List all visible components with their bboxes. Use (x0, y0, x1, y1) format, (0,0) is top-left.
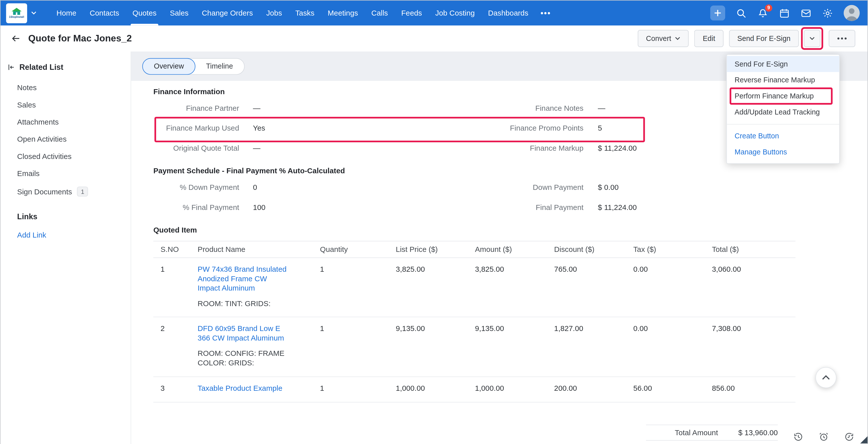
logo-text: 1StopInstall (9, 16, 24, 18)
scroll-to-top-button[interactable] (815, 367, 837, 388)
reminders-button[interactable] (819, 432, 829, 442)
cell-quantity: 1 (320, 265, 396, 273)
nav-quotes[interactable]: Quotes (126, 0, 163, 25)
section-title: Quoted Item (153, 226, 845, 234)
sidebar-item-open-activities[interactable]: Open Activities (0, 130, 130, 148)
sidebar-item-attachments[interactable]: Attachments (0, 114, 130, 130)
quick-create-button[interactable] (710, 5, 725, 21)
nav-home[interactable]: Home (50, 0, 83, 25)
brand-logo[interactable]: 1StopInstall (6, 3, 36, 23)
total-row: Total Discount $ 2,792.00 (646, 440, 778, 444)
bottom-utility-bar (793, 432, 854, 442)
send-for-esign-button[interactable]: Send For E-Sign (729, 30, 799, 47)
calendar-icon (779, 7, 790, 19)
nav-tasks[interactable]: Tasks (289, 0, 321, 25)
nav-utilities: 9 (710, 5, 860, 21)
nav-change-orders[interactable]: Change Orders (195, 0, 260, 25)
menu-divider (727, 124, 839, 124)
esign-dropdown-arrow-button[interactable] (804, 30, 820, 47)
field-value: — (253, 104, 436, 112)
edit-button[interactable]: Edit (694, 30, 724, 47)
cell-total: 856.00 (712, 384, 796, 392)
convert-button[interactable]: Convert (638, 30, 689, 47)
field-value: 0 (253, 183, 436, 191)
add-link-button[interactable]: Add Link (17, 231, 46, 239)
quote-totals: Total Amount $ 13,960.00 Total Discount … (646, 425, 778, 444)
field-value: Yes (253, 124, 436, 132)
mail-button[interactable] (801, 7, 811, 19)
column-header: S.NO (153, 245, 197, 254)
menu-item-send-for-esign[interactable]: Send For E-Sign (727, 56, 839, 72)
calendar-button[interactable] (779, 7, 790, 19)
menu-link-create-button[interactable]: Create Button (727, 128, 839, 144)
cell-total: 7,308.00 (712, 324, 796, 333)
cell-list-price: 1,000.00 (396, 384, 475, 392)
field-label: Down Payment (436, 183, 584, 191)
tab-overview[interactable]: Overview (142, 58, 195, 74)
quoted-items-table: S.NO Product Name Quantity List Price ($… (153, 241, 796, 402)
cell-tax-discount: 200.00 (554, 384, 633, 392)
menu-item-reverse-finance-markup[interactable]: Reverse Finance Markup (727, 72, 839, 88)
nav-feeds[interactable]: Feeds (395, 0, 429, 25)
sidebar-item-notes[interactable]: Notes (0, 79, 130, 96)
search-button[interactable] (736, 7, 747, 19)
user-avatar[interactable] (844, 5, 860, 21)
company-logo: 1StopInstall (6, 3, 27, 23)
cell-amount: 9,135.00 (475, 324, 554, 333)
sidebar: Related List Notes Sales Attachments Ope… (0, 52, 131, 444)
chevron-up-icon (822, 375, 830, 380)
field-value: 100 (253, 203, 436, 211)
sidebar-item-emails[interactable]: Emails (0, 165, 130, 182)
nav-calls[interactable]: Calls (365, 0, 395, 25)
column-header: List Price ($) (396, 245, 475, 254)
more-actions-button[interactable] (829, 30, 855, 47)
cell-sno: 1 (153, 265, 197, 273)
nav-job-costing[interactable]: Job Costing (429, 0, 482, 25)
back-button[interactable] (10, 33, 21, 44)
main-nav: Home Contacts Quotes Sales Change Orders… (50, 0, 556, 25)
menu-item-add-update-lead-tracking[interactable]: Add/Update Lead Tracking (727, 104, 839, 120)
sidebar-item-sales[interactable]: Sales (0, 96, 130, 114)
field-value: $ 11,224.00 (598, 144, 637, 152)
menu-item-perform-finance-markup[interactable]: Perform Finance Markup (727, 88, 839, 104)
tab-timeline[interactable]: Timeline (195, 59, 244, 74)
menu-link-manage-buttons[interactable]: Manage Buttons (727, 144, 839, 160)
gear-icon (822, 7, 833, 19)
field-row: % Down Payment 0 Down Payment $ 0.00 (153, 177, 845, 197)
field-value: $ 11,224.00 (598, 203, 637, 211)
field-label: Finance Promo Points (436, 124, 584, 132)
cell-discount: 765.00 (554, 265, 633, 273)
activity-history-button[interactable] (793, 432, 803, 442)
column-header: Amount ($) (475, 245, 554, 254)
notification-count-badge: 9 (765, 3, 773, 12)
notifications-button[interactable]: 9 (757, 7, 768, 19)
column-header: Product Name (197, 245, 320, 254)
sidebar-item-closed-activities[interactable]: Closed Activities (0, 148, 130, 165)
table-row: 2 DFD 60x95 Brand Low E 366 CW Impact Al… (153, 318, 796, 377)
nav-jobs[interactable]: Jobs (259, 0, 289, 25)
quoted-item-section: Quoted Item S.NO Product Name Quantity L… (153, 226, 845, 444)
nav-dashboards[interactable]: Dashboards (482, 0, 535, 25)
corner-triangle (860, 436, 868, 444)
field-label: Finance Markup Used (153, 124, 239, 132)
avatar-person-icon (844, 5, 860, 21)
sidebar-item-sign-documents[interactable]: Sign Documents 1 (0, 182, 130, 201)
cell-sno: 3 (153, 384, 197, 392)
field-label: Finance Markup (436, 144, 584, 152)
product-link[interactable]: PW 74x36 Brand Insulated Anodized Frame … (197, 265, 291, 293)
recent-items-button[interactable] (844, 432, 854, 442)
nav-more[interactable]: ••• (535, 0, 556, 25)
settings-button[interactable] (822, 7, 833, 19)
table-row: 3 Taxable Product Example 1 1,000.00 1,0… (153, 377, 796, 402)
more-dots-icon (837, 37, 847, 40)
product-link[interactable]: DFD 60x95 Brand Low E 366 CW Impact Alum… (197, 324, 291, 343)
nav-sales[interactable]: Sales (163, 0, 195, 25)
column-header: Quantity (320, 245, 396, 254)
product-link[interactable]: Taxable Product Example (197, 384, 282, 393)
field-label: Final Payment (436, 203, 584, 211)
search-icon (736, 7, 747, 19)
column-header: Tax ($) (633, 245, 712, 254)
nav-meetings[interactable]: Meetings (321, 0, 365, 25)
nav-contacts[interactable]: Contacts (83, 0, 126, 25)
field-label: Original Quote Total (153, 144, 239, 152)
